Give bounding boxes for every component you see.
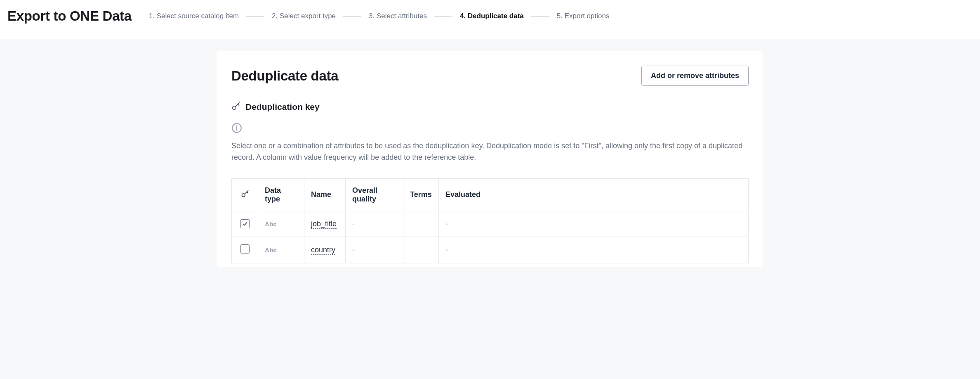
row-evaluated: -	[439, 237, 749, 263]
deduplicate-card: Deduplicate data Add or remove attribute…	[217, 51, 763, 268]
column-header-overall-quality[interactable]: Overall quality	[346, 178, 403, 211]
type-abc-icon: Abc	[265, 220, 277, 227]
key-icon	[241, 191, 249, 199]
attribute-link[interactable]: job_title	[311, 220, 337, 229]
content-area: Deduplicate data Add or remove attribute…	[0, 39, 980, 284]
column-header-evaluated[interactable]: Evaluated	[439, 178, 749, 211]
row-terms	[403, 211, 439, 237]
step-divider	[246, 16, 264, 17]
column-header-key	[232, 178, 258, 211]
row-checkbox[interactable]	[240, 244, 250, 253]
step-divider	[531, 16, 549, 17]
card-title: Deduplicate data	[231, 68, 338, 84]
row-name: country	[304, 237, 346, 263]
attribute-link[interactable]: country	[311, 246, 335, 255]
add-remove-attributes-button[interactable]: Add or remove attributes	[641, 66, 749, 86]
step-2[interactable]: 2. Select export type	[272, 12, 336, 20]
row-checkbox-cell	[232, 237, 258, 263]
row-data-type: Abc	[258, 211, 304, 237]
svg-point-5	[236, 126, 237, 126]
page-title: Export to ONE Data	[7, 8, 132, 24]
wizard-steps: 1. Select source catalog item 2. Select …	[149, 12, 610, 20]
table-header-row: Data type Name Overall quality Terms Eva…	[232, 178, 749, 211]
table-row: Abc job_title - -	[232, 211, 749, 237]
row-checkbox-cell	[232, 211, 258, 237]
step-5[interactable]: 5. Export options	[557, 12, 610, 20]
info-icon[interactable]	[231, 123, 749, 135]
step-4[interactable]: 4. Deduplicate data	[460, 12, 524, 20]
description-text: Select one or a combination of attribute…	[231, 140, 749, 163]
section-heading-text: Deduplication key	[245, 102, 320, 112]
column-header-name[interactable]: Name	[304, 178, 346, 211]
svg-line-8	[247, 192, 248, 193]
step-3[interactable]: 3. Select attributes	[369, 12, 427, 20]
row-evaluated: -	[439, 211, 749, 237]
row-overall-quality: -	[346, 237, 403, 263]
section-heading: Deduplication key	[231, 102, 749, 112]
svg-line-2	[238, 104, 239, 105]
table-row: Abc country - -	[232, 237, 749, 263]
card-header: Deduplicate data Add or remove attribute…	[231, 66, 749, 86]
row-name: job_title	[304, 211, 346, 237]
column-header-data-type[interactable]: Data type	[258, 178, 304, 211]
row-terms	[403, 237, 439, 263]
row-data-type: Abc	[258, 237, 304, 263]
row-checkbox[interactable]	[240, 219, 250, 228]
row-overall-quality: -	[346, 211, 403, 237]
step-divider	[343, 16, 361, 17]
step-1[interactable]: 1. Select source catalog item	[149, 12, 239, 20]
column-header-terms[interactable]: Terms	[403, 178, 439, 211]
step-divider	[434, 16, 452, 17]
attributes-table: Data type Name Overall quality Terms Eva…	[231, 178, 749, 263]
page-header: Export to ONE Data 1. Select source cata…	[0, 0, 980, 39]
key-icon	[231, 102, 240, 112]
type-abc-icon: Abc	[265, 246, 277, 253]
